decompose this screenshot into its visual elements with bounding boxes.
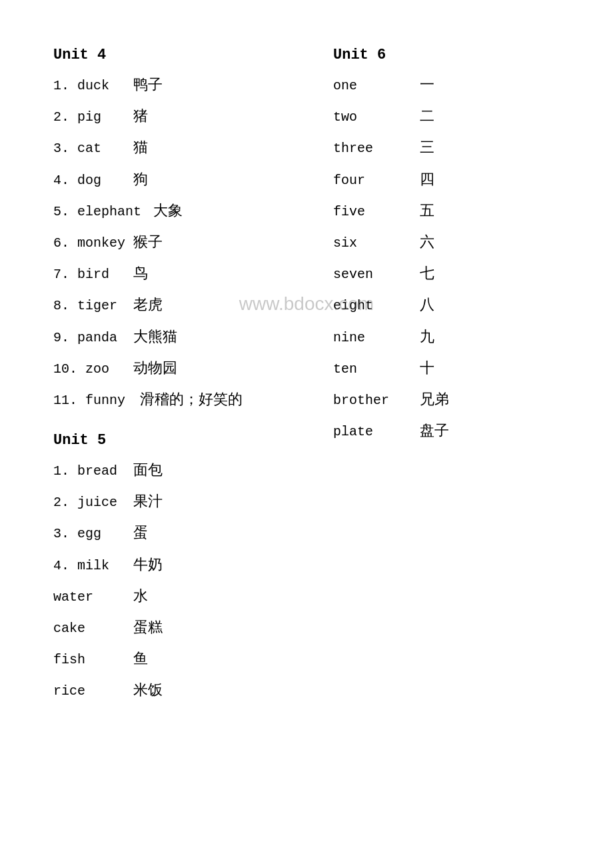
list-item: water水 (53, 585, 320, 609)
vocab-number: 3. cat (53, 138, 127, 159)
vocab-chinese: 面包 (133, 459, 163, 483)
vocab-chinese: 果汁 (133, 491, 163, 514)
vocab-chinese: 七 (420, 263, 434, 286)
list-item: 2. pig猪 (53, 105, 320, 129)
list-item: brother兄弟 (333, 389, 586, 412)
vocab-chinese: 猪 (133, 105, 148, 129)
vocab-english: ten (333, 359, 400, 380)
list-item: one一 (333, 74, 586, 97)
vocab-number: 7. bird (53, 264, 127, 285)
vocab-number: 8. tiger (53, 295, 127, 317)
vocab-chinese: 滑稽的；好笑的 (140, 389, 243, 412)
vocab-chinese: 鸟 (133, 263, 148, 286)
list-item: five五 (333, 200, 586, 223)
vocab-chinese: 大象 (153, 200, 183, 223)
vocab-english: eight (333, 295, 400, 317)
list-item: nine九 (333, 326, 586, 349)
list-item: fish鱼 (53, 648, 320, 671)
vocab-chinese: 兄弟 (420, 389, 449, 412)
vocab-chinese: 鸭子 (133, 74, 163, 97)
vocab-english: seven (333, 264, 400, 285)
list-item: 1. duck鸭子 (53, 74, 320, 97)
vocab-chinese: 二 (420, 105, 434, 129)
list-item: seven七 (333, 263, 586, 286)
list-item: 8. tiger老虎 (53, 294, 320, 317)
vocab-chinese: 九 (420, 326, 434, 349)
vocab-chinese: 水 (133, 585, 148, 609)
vocab-chinese: 牛奶 (133, 554, 163, 577)
vocab-chinese: 猫 (133, 137, 148, 160)
list-item: 6. monkey猴子 (53, 231, 320, 255)
vocab-number: 10. zoo (53, 359, 127, 380)
list-item: four四 (333, 169, 586, 192)
vocab-number: rice (53, 681, 127, 702)
vocab-chinese: 三 (420, 137, 434, 160)
unit5-title: Unit 5 (53, 432, 320, 449)
list-item: plate盘子 (333, 420, 586, 443)
right-column: Unit 6 one一two二three三four四five五six六seven… (320, 40, 586, 711)
vocab-number: 4. dog (53, 170, 127, 191)
vocab-english: plate (333, 421, 400, 443)
vocab-chinese: 大熊猫 (133, 326, 177, 349)
vocab-chinese: 八 (420, 294, 434, 317)
unit6-title: Unit 6 (333, 47, 586, 63)
list-item: eight八 (333, 294, 586, 317)
list-item: 7. bird鸟 (53, 263, 320, 286)
vocab-chinese: 米饭 (133, 679, 163, 703)
vocab-chinese: 猴子 (133, 231, 163, 255)
vocab-chinese: 蛋糕 (133, 617, 163, 640)
vocab-number: fish (53, 649, 127, 671)
unit6-items: one一two二three三four四five五six六seven七eight八… (333, 74, 586, 443)
vocab-number: 1. duck (53, 75, 127, 97)
vocab-english: four (333, 170, 400, 191)
vocab-english: two (333, 107, 400, 128)
vocab-chinese: 动物园 (133, 357, 177, 381)
list-item: 3. egg蛋 (53, 522, 320, 545)
list-item: 1. bread面包 (53, 459, 320, 483)
left-column: Unit 4 1. duck鸭子2. pig猪3. cat猫4. dog狗5. … (53, 40, 320, 711)
vocab-number: 11. funny (53, 390, 133, 411)
vocab-number: 2. pig (53, 107, 127, 128)
vocab-number: cake (53, 618, 127, 639)
unit5-items: 1. bread面包2. juice果汁3. egg蛋4. milk牛奶wate… (53, 459, 320, 703)
vocab-english: three (333, 138, 400, 159)
list-item: 11. funny滑稽的；好笑的 (53, 389, 320, 412)
vocab-chinese: 鱼 (133, 648, 148, 671)
vocab-chinese: 盘子 (420, 420, 449, 443)
list-item: 2. juice果汁 (53, 491, 320, 514)
vocab-english: brother (333, 390, 400, 411)
vocab-chinese: 五 (420, 200, 434, 223)
vocab-number: 3. egg (53, 523, 127, 545)
list-item: two二 (333, 105, 586, 129)
vocab-english: five (333, 201, 400, 223)
list-item: cake蛋糕 (53, 617, 320, 640)
list-item: 5. elephant大象 (53, 200, 320, 223)
vocab-number: 9. panda (53, 327, 127, 349)
vocab-number: 2. juice (53, 492, 127, 513)
list-item: rice米饭 (53, 679, 320, 703)
list-item: six六 (333, 231, 586, 255)
list-item: 4. dog狗 (53, 169, 320, 192)
vocab-english: six (333, 233, 400, 254)
list-item: 9. panda大熊猫 (53, 326, 320, 349)
vocab-number: water (53, 587, 127, 608)
list-item: 3. cat猫 (53, 137, 320, 160)
list-item: 4. milk牛奶 (53, 554, 320, 577)
vocab-chinese: 六 (420, 231, 434, 255)
vocab-chinese: 一 (420, 74, 434, 97)
page-content: Unit 4 1. duck鸭子2. pig猪3. cat猫4. dog狗5. … (53, 40, 560, 711)
list-item: three三 (333, 137, 586, 160)
list-item: 10. zoo动物园 (53, 357, 320, 381)
vocab-english: one (333, 75, 400, 97)
vocab-chinese: 蛋 (133, 522, 148, 545)
list-item: ten十 (333, 357, 586, 381)
vocab-number: 4. milk (53, 555, 127, 577)
vocab-number: 1. bread (53, 461, 127, 482)
vocab-chinese: 狗 (133, 169, 148, 192)
vocab-number: 5. elephant (53, 201, 147, 223)
vocab-chinese: 老虎 (133, 294, 163, 317)
vocab-number: 6. monkey (53, 233, 127, 254)
vocab-chinese: 四 (420, 169, 434, 192)
vocab-english: nine (333, 327, 400, 349)
vocab-chinese: 十 (420, 357, 434, 381)
